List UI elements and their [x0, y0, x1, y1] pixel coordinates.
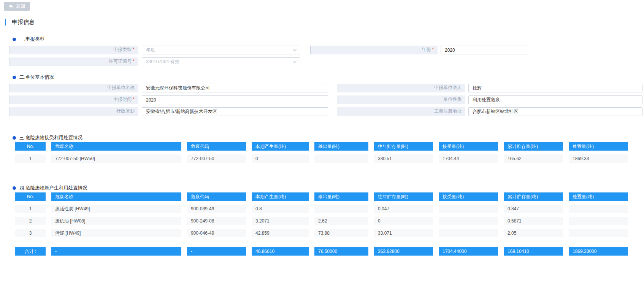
cell: [569, 229, 628, 237]
header-cell: No.: [15, 142, 46, 151]
cell: [569, 205, 628, 213]
cell: 0.5871: [504, 217, 563, 225]
header-cell: 本期产生量(吨): [252, 192, 309, 201]
total-cell: 合计 :: [15, 247, 46, 256]
declare-type-select[interactable]: 年度: [142, 46, 300, 54]
required-asterisk: [132, 97, 135, 102]
cell: 900-046-49: [187, 229, 246, 237]
year-input[interactable]: [441, 46, 529, 54]
form-row: 许可证编号 340107004-有效: [0, 57, 644, 66]
header-cell: 累计贮存量(吨): [504, 192, 563, 201]
section-unit-basic: 二.单位基本情况: [13, 74, 644, 80]
form-row: 申报类型 年度 年份: [0, 46, 644, 54]
cell: 772-007-50 [HW50]: [51, 154, 181, 163]
bullet-icon: [13, 76, 16, 79]
declare-type-form: 申报类型 年度 年份 许可证编号 340107004-有效: [0, 46, 644, 66]
cell: 900-039-49: [187, 205, 246, 213]
cell: 772-007-50: [187, 154, 246, 163]
section-received-waste: 三.危险废物接受利用处置情况: [13, 135, 644, 141]
bullet-icon: [13, 186, 16, 190]
header-cell: 危废名称: [51, 142, 181, 151]
received-waste-table: No.危废名称危废代码本期产生量(吨)移出量(吨)往年贮存量(吨)接受量(吨)累…: [15, 142, 644, 163]
required-asterisk: [132, 59, 135, 64]
section-title-text: 三.危险废物接受利用处置情况: [19, 135, 82, 141]
form-row: 申报时间 单位性质: [0, 95, 644, 104]
total-cell: 76.50000: [314, 247, 368, 256]
cell: 废活性炭 [HW49]: [51, 205, 181, 213]
legal-person-label: 申报单位法人: [338, 84, 465, 92]
cell: 1869.33: [569, 154, 628, 163]
unit-nature-label: 单位性质: [338, 95, 465, 104]
unit-nature-input[interactable]: [468, 95, 642, 104]
header-cell: 往年贮存量(吨): [374, 142, 433, 151]
bullet-icon: [13, 38, 16, 41]
cell: 900-249-08: [187, 217, 246, 225]
header-cell: 移出量(吨): [314, 192, 368, 201]
license-no-value: 340107004-有效: [146, 59, 293, 65]
total-cell: 169.10410: [504, 247, 563, 256]
required-asterisk: [132, 47, 135, 52]
page-title: 申报信息: [5, 19, 644, 25]
header-cell: 处置量(吨): [569, 142, 628, 151]
registered-address-label: 工商注册地址: [338, 107, 465, 116]
cell: 33.071: [374, 229, 433, 237]
unit-name-label: 申报单位名称: [10, 84, 138, 92]
table-total-row: 合计 :--46.8661076.50000363.628001704.4400…: [15, 247, 644, 256]
cell: [314, 205, 368, 213]
back-arrow-icon: [9, 4, 14, 8]
unit-basic-form: 申报单位名称 申报单位法人 申报时间 单位性质 行政区划 工商注册地址: [0, 84, 644, 116]
header-cell: 危废名称: [51, 192, 181, 201]
header-cell: 往年贮存量(吨): [374, 192, 433, 201]
cell: [439, 205, 498, 213]
table-row: 2废机油 [HW08]900-249-083.20712.6200.5871: [15, 217, 644, 225]
table-row: 1772-007-50 [HW50]772-007-500330.511704.…: [15, 154, 644, 163]
cell: 0.847: [504, 205, 563, 213]
cell: 2.05: [504, 229, 563, 237]
table-row: 3污泥 [HW49]900-046-4942.85973.8833.0712.0…: [15, 229, 644, 237]
back-button[interactable]: 返回: [4, 2, 30, 11]
total-cell: -: [51, 247, 181, 256]
cell: [439, 229, 498, 237]
cell: [314, 154, 368, 163]
cell: 3.2071: [252, 217, 309, 225]
declare-type-value: 年度: [146, 47, 293, 53]
license-no-select[interactable]: 340107004-有效: [142, 57, 300, 66]
header-cell: 移出量(吨): [314, 142, 368, 151]
required-asterisk: [431, 47, 434, 52]
section-title-text: 一.申报类型: [19, 36, 44, 43]
header-cell: 危废代码: [187, 142, 246, 151]
license-no-label: 许可证编号: [10, 57, 138, 66]
total-cell: 363.62800: [374, 247, 433, 256]
legal-person-input[interactable]: [468, 84, 642, 92]
header-cell: 接受量(吨): [439, 142, 498, 151]
header-cell: 接受量(吨): [439, 192, 498, 201]
bullet-icon: [13, 136, 16, 140]
chevron-down-icon: [293, 60, 297, 63]
back-button-label: 返回: [16, 3, 25, 10]
cell: 1: [15, 154, 46, 163]
cell: 3: [15, 229, 46, 237]
cell: [569, 217, 628, 225]
header-cell: 累计贮存量(吨): [504, 142, 563, 151]
registered-address-input[interactable]: [468, 107, 642, 116]
section-title-text: 四.危险废物新产生利用处置情况: [19, 185, 87, 191]
cell: 0.047: [374, 205, 433, 213]
header-cell: 危废代码: [187, 192, 246, 201]
unit-name-input[interactable]: [142, 84, 328, 92]
table-header-row: No.危废名称危废代码本期产生量(吨)移出量(吨)往年贮存量(吨)接受量(吨)累…: [15, 142, 644, 151]
cell: 0.8: [252, 205, 309, 213]
header-cell: 处置量(吨): [569, 192, 628, 201]
cell: 165.62: [504, 154, 563, 163]
cell: 0: [374, 217, 433, 225]
cell: 0: [252, 154, 309, 163]
cell: 1704.44: [439, 154, 498, 163]
declare-time-input[interactable]: [142, 95, 328, 104]
cell: 42.859: [252, 229, 309, 237]
cell: 330.51: [374, 154, 433, 163]
declare-type-label: 申报类型: [10, 46, 138, 54]
section-new-waste: 四.危险废物新产生利用处置情况: [13, 185, 644, 191]
cell: [439, 217, 498, 225]
total-cell: 1869.33000: [569, 247, 628, 256]
admin-region-input[interactable]: [142, 107, 328, 116]
year-label: 年份: [310, 46, 438, 54]
